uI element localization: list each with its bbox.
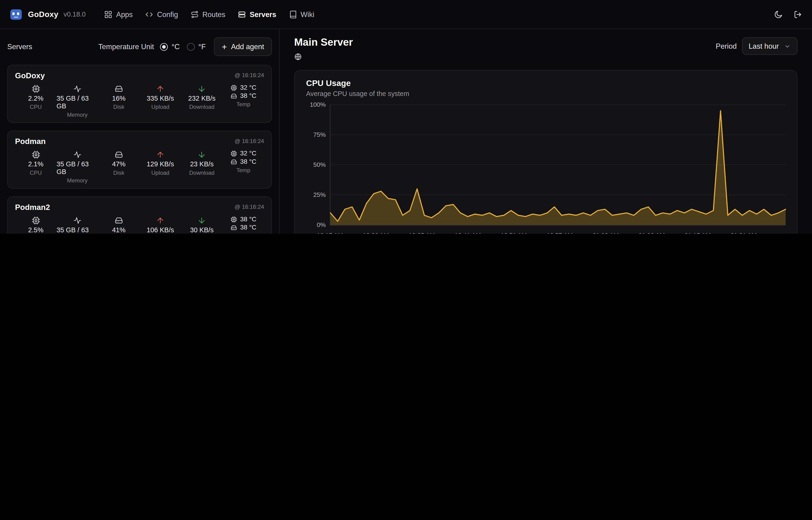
cpu-label: CPU <box>30 104 42 110</box>
cpu-stat: 2.2% CPU <box>15 84 57 118</box>
period-label: Period <box>716 42 737 50</box>
globe-icon[interactable] <box>294 53 353 60</box>
activity-icon <box>73 215 82 225</box>
hard-drive-icon <box>114 150 123 159</box>
arrow-down-icon <box>197 215 206 225</box>
server-stack-icon <box>238 10 246 19</box>
disk-stat: 47% Disk <box>98 150 139 184</box>
y-tick-label: 0% <box>306 221 326 229</box>
fahrenheit-radio[interactable]: °F <box>187 43 205 51</box>
nav-item-label: Servers <box>250 10 276 19</box>
x-tick-label: 01:03 AM <box>593 232 619 234</box>
top-navbar: GoDoxy v0.18.0 Apps Config <box>0 0 812 29</box>
cpu-icon <box>230 84 237 91</box>
main-nav: Apps Config Routes <box>104 10 314 19</box>
disk-temp-value: 38 °C <box>240 224 256 231</box>
download-value: 23 KB/s <box>190 160 214 168</box>
y-tick-label: 50% <box>306 161 326 168</box>
download-stat: 232 KB/s Download <box>181 84 223 118</box>
server-card-podman2[interactable]: Podman2 @ 16:16:24 2.5% CPU 35 GB / 63 G… <box>7 197 272 234</box>
nav-item-label: Config <box>157 10 178 19</box>
cpu-chart-y-axis: 100%75%50%25%0% <box>306 105 330 225</box>
godoxy-logo[interactable] <box>9 7 23 21</box>
memory-stat: 35 GB / 63 GB Memory <box>57 215 98 234</box>
cpu-value: 2.2% <box>28 94 44 102</box>
download-stat: 23 KB/s Download <box>181 150 223 184</box>
x-tick-label: 12:26 AM <box>363 232 389 234</box>
server-card-godoxy[interactable]: GoDoxy @ 16:16:24 2.2% CPU 35 GB / 63 GB… <box>7 65 272 123</box>
temperature-unit-label: Temperature Unit <box>99 43 154 51</box>
chevron-down-icon <box>784 43 791 50</box>
add-agent-label: Add agent <box>231 43 264 51</box>
logout-icon[interactable] <box>793 9 803 19</box>
period-select[interactable]: Last hour <box>742 37 797 55</box>
add-agent-button[interactable]: + Add agent <box>214 37 272 56</box>
nav-item-config[interactable]: Config <box>145 10 178 19</box>
cpu-icon <box>230 150 237 157</box>
upload-label: Upload <box>151 104 169 110</box>
celsius-label: °C <box>172 43 180 51</box>
cpu-chart-plot <box>330 105 786 225</box>
x-tick-label: 01:09 AM <box>639 232 665 234</box>
temp-stat: 38 °C 38 °C Temp <box>223 215 264 234</box>
cpu-temp-value: 38 °C <box>240 215 256 223</box>
arrow-up-icon <box>156 150 165 159</box>
page-title: Main Server <box>294 36 353 48</box>
nav-item-routes[interactable]: Routes <box>190 10 225 19</box>
chart-subtitle: Average CPU usage of the system <box>306 90 786 97</box>
y-tick-label: 25% <box>306 191 326 199</box>
activity-icon <box>73 84 82 93</box>
nav-item-label: Routes <box>202 10 225 19</box>
cpu-value: 2.1% <box>28 160 44 168</box>
server-card-podman[interactable]: Podman @ 16:16:24 2.1% CPU 35 GB / 63 GB… <box>7 131 272 189</box>
temp-label: Temp <box>236 101 250 107</box>
server-updated-time: @ 16:16:24 <box>235 204 264 210</box>
hard-drive-icon <box>230 158 237 165</box>
x-tick-label: 01:21 AM <box>730 232 757 234</box>
download-label: Download <box>189 170 215 176</box>
server-name: Podman <box>15 137 46 146</box>
cpu-value: 2.5% <box>28 226 44 234</box>
route-icon <box>190 10 199 19</box>
theme-toggle-moon-icon[interactable] <box>774 9 783 19</box>
main-header: Main Server Period Last hour <box>294 36 797 61</box>
hard-drive-icon <box>230 224 237 231</box>
memory-label: Memory <box>67 111 87 118</box>
cpu-icon <box>31 84 40 93</box>
nav-item-label: Wiki <box>301 10 314 19</box>
server-name: Podman2 <box>15 203 50 211</box>
cpu-icon <box>31 150 40 159</box>
hard-drive-icon <box>114 215 123 225</box>
temp-stat: 32 °C 38 °C Temp <box>223 84 264 118</box>
book-icon <box>289 10 297 19</box>
upload-stat: 129 KB/s Upload <box>140 150 181 184</box>
download-value: 232 KB/s <box>188 94 215 102</box>
x-tick-label: 12:17 AM <box>317 232 343 234</box>
x-tick-label: 12:35 AM <box>409 232 435 234</box>
cpu-stat: 2.1% CPU <box>15 150 57 184</box>
disk-label: Disk <box>113 104 124 110</box>
grid-icon <box>104 10 113 19</box>
server-name: GoDoxy <box>15 71 45 80</box>
cpu-label: CPU <box>30 170 42 176</box>
chart-title: CPU Usage <box>306 79 786 88</box>
upload-label: Upload <box>151 170 169 176</box>
y-tick-label: 100% <box>306 101 326 108</box>
fahrenheit-label: °F <box>198 43 205 51</box>
nav-item-apps[interactable]: Apps <box>104 10 133 19</box>
servers-sidebar: Servers Temperature Unit °C °F + Add age… <box>0 29 280 234</box>
godoxy-logo-icon <box>10 8 22 20</box>
arrow-down-icon <box>197 84 206 93</box>
disk-value: 47% <box>112 160 125 168</box>
radio-selected-icon <box>160 43 168 51</box>
upload-stat: 335 KB/s Upload <box>140 84 181 118</box>
cpu-icon <box>31 215 40 225</box>
nav-item-wiki[interactable]: Wiki <box>289 10 314 19</box>
temp-label: Temp <box>236 167 250 173</box>
celsius-radio[interactable]: °C <box>160 43 180 51</box>
sidebar-header: Servers Temperature Unit °C °F + Add age… <box>7 36 272 57</box>
nav-item-servers[interactable]: Servers <box>238 10 276 19</box>
x-tick-label: 12:57 AM <box>547 232 573 234</box>
temp-stat: 32 °C 38 °C Temp <box>223 150 264 184</box>
server-updated-time: @ 16:16:24 <box>235 138 264 144</box>
